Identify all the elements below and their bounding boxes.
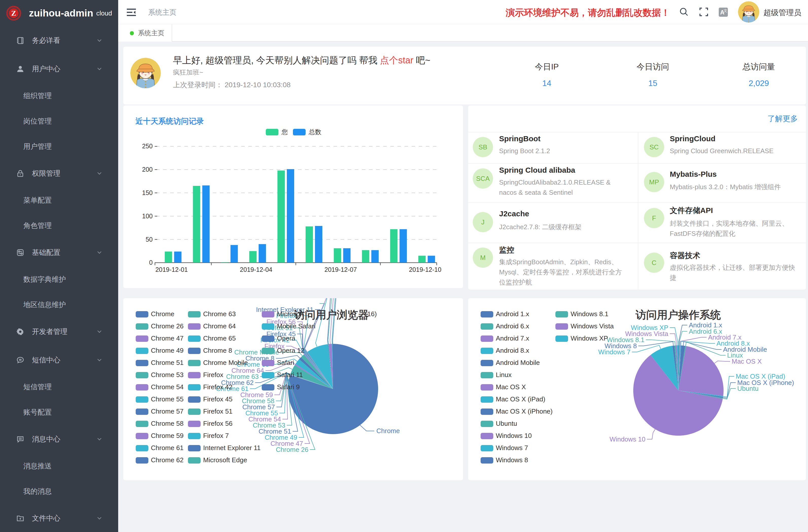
svg-text:250: 250	[142, 143, 153, 150]
svg-text:2019-12-10: 2019-12-10	[409, 266, 441, 273]
svg-text:150: 150	[142, 189, 153, 196]
svg-text:Mac OS X: Mac OS X	[732, 357, 761, 365]
svg-text:Windows 10: Windows 10	[609, 435, 645, 443]
svg-text:0: 0	[149, 259, 153, 266]
svg-text:100: 100	[142, 213, 153, 220]
svg-text:Chrome: Chrome	[377, 427, 400, 435]
svg-text:200: 200	[142, 166, 153, 173]
svg-text:2019-12-01: 2019-12-01	[155, 266, 188, 273]
svg-text:50: 50	[146, 236, 153, 243]
svg-text:Chrome 26: Chrome 26	[276, 446, 308, 453]
svg-text:Windows 7: Windows 7	[598, 348, 630, 356]
svg-text:Z: Z	[11, 9, 16, 17]
svg-text:Ubuntu: Ubuntu	[737, 385, 758, 392]
svg-text:2019-12-04: 2019-12-04	[240, 266, 272, 273]
svg-text:2019-12-07: 2019-12-07	[324, 266, 357, 273]
svg-text:文: 文	[723, 8, 727, 13]
